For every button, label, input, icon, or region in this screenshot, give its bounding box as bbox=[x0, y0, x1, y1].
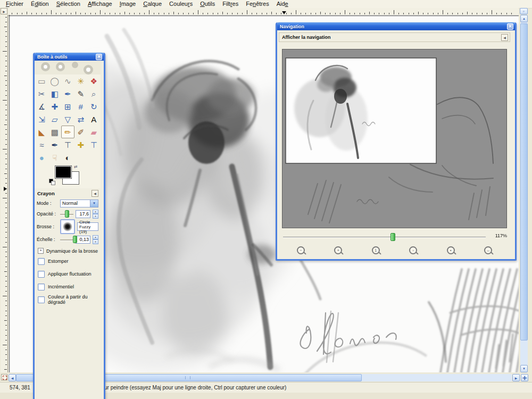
navigation-menu-button[interactable]: ◀ bbox=[501, 34, 508, 41]
navigation-close-button[interactable]: ✕ bbox=[507, 23, 513, 30]
tool-ellipse-select[interactable]: ◯ bbox=[48, 74, 62, 87]
tool-shear[interactable]: ▱ bbox=[48, 113, 62, 126]
tool-crop[interactable]: # bbox=[74, 100, 88, 113]
scale-spinner[interactable]: ▲▼ bbox=[93, 235, 98, 244]
tool-dodge-burn[interactable]: ◐ bbox=[61, 151, 74, 164]
tool-heal[interactable]: ✚ bbox=[74, 138, 88, 151]
menu-calque[interactable]: Calque bbox=[139, 0, 165, 8]
spin-down-icon[interactable]: ▼ bbox=[93, 239, 98, 244]
tool-scale[interactable]: ⇲ bbox=[35, 113, 48, 126]
toolbox-titlebar[interactable]: Boîte à outils ✕ bbox=[35, 53, 104, 61]
tool-blend[interactable]: ▩ bbox=[48, 126, 62, 138]
zoom-follow-window-button[interactable]: ⌕ bbox=[520, 8, 528, 14]
opacity-slider[interactable] bbox=[60, 210, 73, 218]
scroll-left-button[interactable]: ◀ bbox=[9, 374, 16, 381]
opacity-value[interactable]: 17,6 bbox=[76, 210, 90, 218]
vertical-ruler[interactable] bbox=[1, 15, 8, 372]
tool-paintbrush[interactable]: ✐ bbox=[74, 126, 88, 138]
horizontal-ruler[interactable] bbox=[9, 8, 519, 15]
menu-filtres[interactable]: Filtres bbox=[219, 0, 242, 8]
menu-fichier[interactable]: Fichier bbox=[2, 0, 27, 8]
option-estomper[interactable]: Estomper bbox=[35, 255, 101, 268]
scroll-up-button[interactable]: ▲ bbox=[520, 15, 528, 22]
tool-measure[interactable]: ∡ bbox=[35, 100, 48, 113]
tool-airbrush[interactable]: ≈ bbox=[35, 138, 48, 151]
tool-fuzzy-select[interactable]: ✳ bbox=[74, 74, 88, 87]
zoom-out-button[interactable]: − bbox=[296, 245, 306, 255]
menu-couleurs[interactable]: Couleurs bbox=[165, 0, 196, 8]
toolbox-window[interactable]: Boîte à outils ✕ ▭◯∿✳❖✂◧✒✎⌕∡✚⊞#↻⇲▱▽⇄A◣▩✏… bbox=[33, 53, 105, 399]
pan-view-button[interactable]: ✛ bbox=[521, 374, 528, 381]
menu-selection[interactable]: Sélection bbox=[53, 0, 84, 8]
spin-up-icon[interactable]: ▲ bbox=[93, 235, 98, 240]
scale-value[interactable]: 0,13 bbox=[76, 236, 90, 244]
checkbox[interactable] bbox=[38, 271, 45, 278]
toolbox-close-button[interactable]: ✕ bbox=[96, 54, 102, 60]
tool-pencil[interactable]: ✏ bbox=[61, 126, 74, 138]
zoom-fill-button[interactable]: ▪ bbox=[446, 245, 456, 255]
brush-preview-button[interactable] bbox=[60, 219, 75, 234]
tool-clone[interactable]: ⊤ bbox=[61, 138, 74, 151]
default-colors-button[interactable] bbox=[49, 179, 54, 184]
ruler-origin-menu-button[interactable]: ▶ bbox=[1, 8, 7, 14]
scale-slider[interactable] bbox=[60, 236, 73, 243]
tool-eraser[interactable]: ▰ bbox=[87, 126, 101, 138]
expand-icon[interactable]: + bbox=[38, 248, 44, 254]
spin-up-icon[interactable]: ▲ bbox=[93, 210, 98, 214]
navigation-zoom-slider[interactable]: 117% bbox=[282, 231, 507, 243]
shrink-wrap-button[interactable]: ↔ bbox=[483, 245, 493, 255]
spin-down-icon[interactable]: ▼ bbox=[93, 214, 98, 219]
toolbox-drag-handle[interactable] bbox=[35, 61, 101, 74]
opacity-spinner[interactable]: ▲▼ bbox=[93, 210, 98, 219]
tool-text[interactable]: A bbox=[87, 113, 101, 126]
vertical-scrollbar-thumb[interactable] bbox=[520, 23, 528, 340]
tool-select-by-color[interactable]: ❖ bbox=[87, 74, 101, 87]
tool-flip[interactable]: ⇄ bbox=[74, 113, 88, 126]
menu-image[interactable]: Image bbox=[116, 0, 140, 8]
tool-zoom[interactable]: ⌕ bbox=[87, 87, 101, 100]
checkbox[interactable] bbox=[38, 296, 45, 303]
tool-smudge[interactable]: ☟ bbox=[48, 151, 62, 164]
checkbox[interactable] bbox=[38, 284, 45, 290]
option-couleur-a-partir-du-degrade[interactable]: Couleur à partir du dégradé bbox=[35, 293, 101, 306]
tool-options-menu-button[interactable]: ◀ bbox=[92, 190, 98, 197]
option-incrementiel[interactable]: Incrémentiel bbox=[35, 280, 101, 293]
scale-slider-thumb[interactable] bbox=[73, 236, 77, 243]
navigation-preview[interactable] bbox=[282, 49, 507, 228]
tool-foreground-select[interactable]: ◧ bbox=[48, 87, 62, 100]
opacity-slider-thumb[interactable] bbox=[65, 210, 69, 218]
tool-ink[interactable]: ✒ bbox=[48, 138, 62, 151]
menu-outils[interactable]: Outils bbox=[196, 0, 219, 8]
zoom-fit-button[interactable]: ▫ bbox=[408, 245, 418, 255]
tool-rotate[interactable]: ↻ bbox=[87, 100, 101, 113]
tool-bucket-fill[interactable]: ◣ bbox=[35, 126, 48, 138]
menu-affichage[interactable]: Affichage bbox=[84, 0, 116, 8]
foreground-color-swatch[interactable] bbox=[55, 165, 72, 179]
brush-name[interactable]: Circle Fuzzy (19) bbox=[77, 222, 98, 231]
tool-scissors-select[interactable]: ✂ bbox=[35, 87, 48, 100]
zoom-slider-thumb[interactable] bbox=[390, 233, 395, 241]
zoom-1-1-button[interactable]: 1 bbox=[371, 245, 381, 255]
tool-align[interactable]: ⊞ bbox=[61, 100, 74, 113]
tool-perspective-clone[interactable]: ⊤ bbox=[87, 138, 101, 151]
tool-color-picker[interactable]: ✎ bbox=[74, 87, 88, 100]
brush-dynamics-expander[interactable]: + Dynamique de la brosse bbox=[35, 245, 101, 255]
menu-aide[interactable]: Aide bbox=[273, 0, 292, 8]
quickmask-toggle-button[interactable] bbox=[1, 374, 7, 380]
scroll-right-button[interactable]: ▶ bbox=[512, 374, 520, 381]
tool-free-select[interactable]: ∿ bbox=[61, 74, 74, 87]
tool-blur-sharpen[interactable]: ● bbox=[35, 151, 48, 164]
checkbox[interactable] bbox=[38, 258, 45, 265]
tool-rectangle-select[interactable]: ▭ bbox=[35, 74, 48, 87]
tool-move[interactable]: ✚ bbox=[48, 100, 62, 113]
zoom-in-button[interactable]: + bbox=[333, 245, 343, 255]
tool-paths[interactable]: ✒ bbox=[61, 87, 74, 100]
menu-edition[interactable]: Édition bbox=[27, 0, 53, 8]
scroll-down-button[interactable]: ▼ bbox=[520, 365, 528, 372]
menu-fenetres[interactable]: Fenêtres bbox=[242, 0, 272, 8]
tool-perspective[interactable]: ▽ bbox=[61, 113, 74, 126]
navigation-titlebar[interactable]: Navigation ✕ bbox=[277, 22, 515, 30]
mode-select[interactable]: Normal ▼ bbox=[60, 200, 98, 207]
navigation-window[interactable]: Navigation ✕ Afficher la navigation ◀ bbox=[276, 22, 517, 261]
option-appliquer-fluctuation[interactable]: Appliquer fluctuation bbox=[35, 268, 101, 280]
